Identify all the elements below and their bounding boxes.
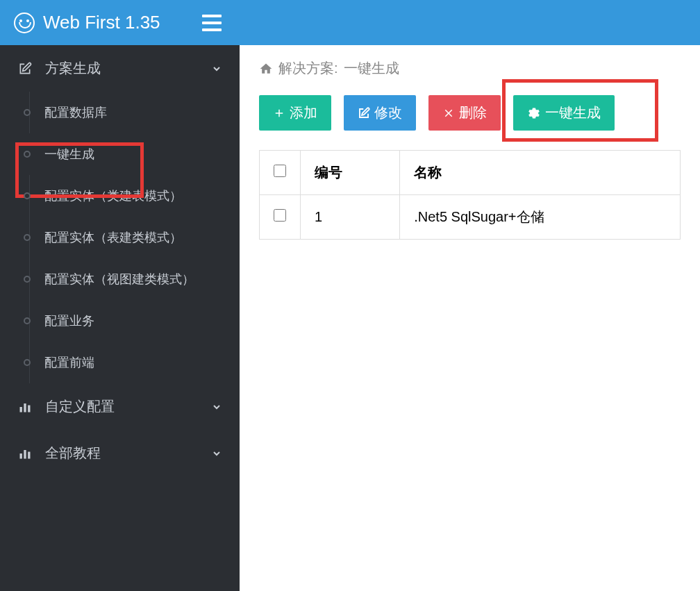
select-all-checkbox[interactable]	[274, 165, 286, 177]
breadcrumb-root: 解决方案:	[278, 59, 338, 78]
add-button[interactable]: 添加	[259, 95, 331, 131]
nav-items-plan: 配置数据库 一键生成 配置实体（类建表模式） 配置实体（表建类模式） 配置实体（…	[0, 92, 240, 383]
chevron-down-icon	[211, 63, 222, 74]
plus-icon	[273, 107, 285, 119]
edit-button[interactable]: 修改	[344, 95, 416, 131]
sidebar-item-config-business[interactable]: 配置业务	[0, 300, 240, 342]
nav-header-plan[interactable]: 方案生成	[0, 45, 240, 92]
sidebar-item-config-frontend[interactable]: 配置前端	[0, 342, 240, 383]
nav-header-custom-label: 自定义配置	[45, 397, 115, 416]
svg-rect-5	[28, 451, 30, 458]
generate-button[interactable]: 一键生成	[513, 95, 615, 131]
close-icon	[442, 107, 455, 119]
gears-icon	[527, 106, 541, 120]
nav-header-tutorials-label: 全部教程	[45, 444, 101, 463]
nav-header-custom[interactable]: 自定义配置	[0, 383, 240, 430]
nav-section-plan: 方案生成 配置数据库 一键生成 配置实体（类建表模式） 配置实体（表建类模式） …	[0, 45, 240, 383]
col-header-name: 名称	[400, 151, 681, 195]
table-row[interactable]: 1 .Net5 SqlSugar+仓储	[260, 195, 681, 240]
nav-section-tutorials: 全部教程	[0, 430, 240, 476]
toolbar: 添加 修改 删除 一键生成	[259, 95, 681, 131]
smiley-icon	[14, 13, 35, 33]
nav-header-tutorials[interactable]: 全部教程	[0, 430, 240, 476]
svg-rect-2	[28, 405, 30, 412]
sidebar: 方案生成 配置数据库 一键生成 配置实体（类建表模式） 配置实体（表建类模式） …	[0, 45, 240, 591]
svg-rect-4	[24, 450, 26, 459]
delete-button[interactable]: 删除	[428, 95, 501, 131]
app-title: Web First 1.35	[43, 12, 160, 33]
bar-chart-icon	[17, 447, 33, 460]
sidebar-item-config-db[interactable]: 配置数据库	[0, 92, 240, 133]
svg-rect-1	[24, 403, 26, 413]
select-all-col	[260, 151, 301, 195]
sidebar-item-one-click-generate[interactable]: 一键生成	[0, 133, 240, 175]
svg-rect-3	[20, 453, 22, 459]
nav-header-plan-label: 方案生成	[45, 59, 101, 78]
row-checkbox-cell	[260, 195, 301, 240]
chevron-down-icon	[211, 401, 222, 413]
row-id: 1	[301, 195, 400, 240]
table-header-row: 编号 名称	[260, 151, 681, 195]
sidebar-item-config-entity-table[interactable]: 配置实体（表建类模式）	[0, 217, 240, 258]
row-name: .Net5 SqlSugar+仓储	[400, 195, 681, 240]
chevron-down-icon	[211, 448, 222, 459]
sidebar-item-config-entity-view[interactable]: 配置实体（视图建类模式）	[0, 258, 240, 300]
row-checkbox[interactable]	[274, 209, 286, 222]
data-table: 编号 名称 1 .Net5 SqlSugar+仓储	[259, 150, 681, 240]
svg-rect-0	[20, 407, 22, 413]
header-logo: Web First 1.35	[14, 12, 160, 33]
nav-section-custom: 自定义配置	[0, 383, 240, 430]
col-header-id: 编号	[301, 151, 400, 195]
breadcrumb-current: 一键生成	[344, 59, 399, 78]
hamburger-icon[interactable]	[202, 15, 222, 31]
header: Web First 1.35	[0, 0, 700, 45]
edit-icon	[17, 62, 33, 76]
sidebar-item-config-entity-class[interactable]: 配置实体（类建表模式）	[0, 175, 240, 217]
content: 解决方案: 一键生成 添加 修改 删除	[240, 45, 700, 591]
breadcrumb: 解决方案: 一键生成	[259, 59, 681, 78]
home-icon	[259, 62, 273, 76]
bar-chart-icon	[17, 400, 33, 414]
edit-icon	[358, 107, 370, 119]
